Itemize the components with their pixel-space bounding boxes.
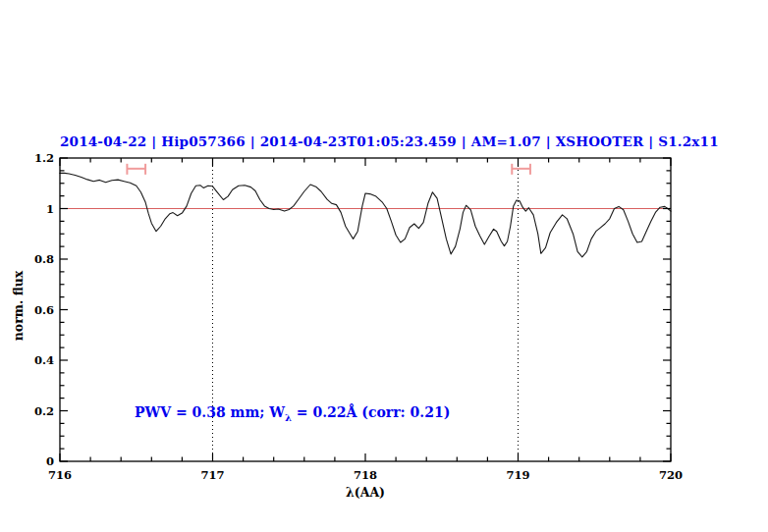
spectrum-figure: 2014-04-22 | Hip057366 | 2014-04-23T01:0… [0, 0, 768, 532]
band-range-marker [512, 164, 530, 175]
x-axis-label: λ(AA) [346, 485, 385, 500]
y-tick-label: 0.4 [34, 353, 54, 367]
pwv-annotation-suffix: = 0.22Å (corr: 0.21) [292, 404, 450, 420]
band-range-marker [127, 164, 145, 175]
spectrum-line [60, 173, 671, 257]
pwv-annotation-lambda-subscript: λ [285, 412, 292, 423]
pwv-annotation-prefix: PWV = 0.38 mm; W [135, 404, 285, 420]
y-tick-label: 1 [46, 202, 54, 216]
x-tick-label: 717 [200, 468, 224, 482]
x-tick-label: 716 [48, 468, 72, 482]
x-tick-label: 720 [659, 468, 683, 482]
y-tick-label: 0.2 [34, 404, 54, 418]
y-tick-label: 0.8 [34, 252, 54, 266]
x-tick-label: 719 [506, 468, 529, 482]
x-tick-label: 718 [354, 468, 377, 482]
spectrum-plot-canvas: 71671771871972000.20.40.60.811.2λ(AA) [0, 0, 768, 532]
y-tick-label: 0.6 [34, 303, 54, 317]
y-tick-label: 0 [46, 454, 54, 468]
pwv-annotation: PWV = 0.38 mm; Wλ = 0.22Å (corr: 0.21) [135, 404, 450, 420]
y-tick-label: 1.2 [34, 151, 54, 165]
